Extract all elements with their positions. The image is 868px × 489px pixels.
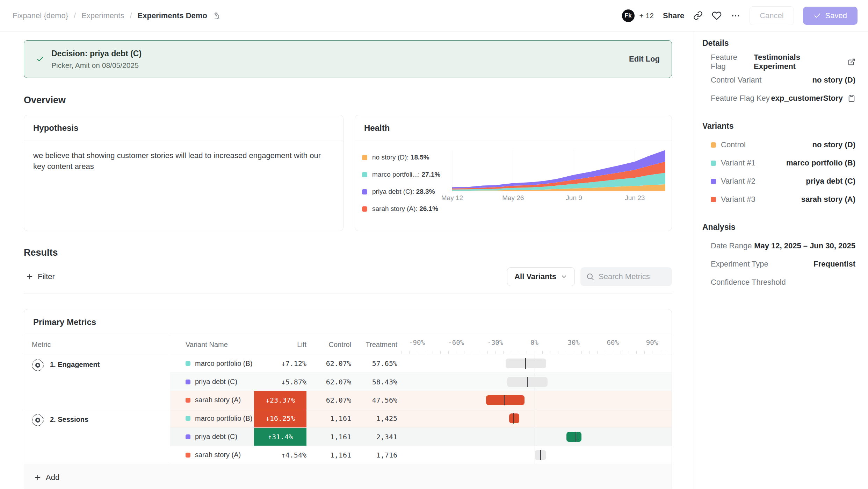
sidebar-row-label: Experiment Type xyxy=(711,260,768,269)
table-row[interactable]: marco portfolio (B) ↓16.25% 1,161 1,425 xyxy=(170,409,672,427)
external-link-icon[interactable] xyxy=(848,58,855,66)
variant-swatch xyxy=(711,161,716,166)
zero-line xyxy=(535,428,535,446)
collaborator-count[interactable]: + 12 xyxy=(639,12,654,20)
sidebar-row-label: Variant #3 xyxy=(711,195,755,204)
metric-name: 2. Sessions xyxy=(50,414,88,424)
metric-cell[interactable]: 1. Engagement xyxy=(24,354,170,409)
variant-swatch xyxy=(186,416,190,421)
ci-axis-tick xyxy=(574,351,574,354)
sidebar-row-value: exp_customerStory xyxy=(771,94,855,103)
sidebar-row-label: Control xyxy=(711,140,746,149)
breadcrumb-project[interactable]: Fixpanel {demo} xyxy=(13,11,68,20)
ci-axis-tick xyxy=(440,351,441,354)
variant-name-cell: marco portfolio (B) xyxy=(170,409,254,427)
sidebar-row: Experiment Type Frequentist xyxy=(702,255,855,273)
breadcrumb-experiments[interactable]: Experiments xyxy=(81,11,124,20)
metric-group: 1. Engagement marco portfolio (B) ↓7.12%… xyxy=(24,354,672,409)
confidence-interval-bar[interactable] xyxy=(506,359,546,368)
ci-axis-tick xyxy=(448,351,449,354)
ci-axis-tick xyxy=(668,351,668,354)
primary-metrics-title: Primary Metrics xyxy=(24,309,672,335)
variant-name: marco portfolio (B) xyxy=(195,414,253,423)
legend-label: priya debt (C): 28.3% xyxy=(372,188,435,196)
top-bar: Fixpanel {demo} / Experiments / Experime… xyxy=(0,0,868,31)
search-metrics-input[interactable] xyxy=(599,272,665,281)
sidebar-row: Feature Flag Key exp_customerStory xyxy=(702,89,855,107)
variant-name: priya debt (C) xyxy=(195,433,237,441)
main-content: Decision: priya debt (C) Picker, Amit on… xyxy=(0,31,694,489)
confidence-interval-bar[interactable] xyxy=(566,432,581,442)
results-heading: Results xyxy=(24,247,672,258)
search-metrics-box xyxy=(580,267,672,286)
confidence-interval-bar[interactable] xyxy=(509,413,520,423)
table-body: 1. Engagement marco portfolio (B) ↓7.12%… xyxy=(24,354,672,464)
sidebar-value-text: Frequentist xyxy=(813,260,855,269)
table-row[interactable]: priya debt (C) ↓5.87% 62.07% 58.43% xyxy=(170,373,672,391)
sidebar-row-value: sarah story (A) xyxy=(801,195,855,204)
lift-value: ↓7.12% xyxy=(254,354,306,373)
ci-axis-tick xyxy=(597,351,598,354)
copy-icon[interactable] xyxy=(848,94,855,102)
ci-axis-tick xyxy=(589,351,590,354)
ci-axis-tick-label: -90% xyxy=(409,339,425,346)
ci-axis-tick xyxy=(581,351,582,354)
table-row[interactable]: sarah story (A) ↓23.37% 62.07% 47.56% xyxy=(170,391,672,409)
variant-swatch xyxy=(186,361,190,366)
sidebar-section-details: DetailsFeature Flag Testimonials Experim… xyxy=(702,38,855,107)
legend-item: priya debt (C): 28.3% xyxy=(362,188,449,196)
metric-cell[interactable]: 2. Sessions xyxy=(24,409,170,464)
hypothesis-card-title: Hypothesis xyxy=(24,115,343,141)
sidebar-row-label: Control Variant xyxy=(711,76,761,85)
avatar[interactable]: Fk xyxy=(622,9,635,22)
ci-axis-tick xyxy=(652,351,652,354)
cancel-button[interactable]: Cancel xyxy=(750,6,794,25)
variant-swatch xyxy=(711,197,716,202)
sidebar-row: Confidence Threshold xyxy=(702,273,855,291)
ci-axis-tick-label: 0% xyxy=(530,339,538,346)
sidebar-value-text: priya debt (C) xyxy=(806,177,855,186)
confidence-interval-cell xyxy=(397,409,672,427)
zero-line xyxy=(535,391,535,409)
column-header-metric: Metric xyxy=(24,335,170,354)
table-row[interactable]: sarah story (A) ↑4.54% 1,161 1,716 xyxy=(170,446,672,464)
treatment-value: 1,425 xyxy=(351,409,397,427)
share-button[interactable]: Share xyxy=(663,11,684,20)
table-row[interactable]: priya debt (C) ↑31.4% 1,161 2,341 xyxy=(170,427,672,446)
plus-icon xyxy=(26,273,34,281)
legend-swatch xyxy=(362,155,367,160)
favorite-heart-icon[interactable] xyxy=(712,11,722,21)
treatment-value: 47.56% xyxy=(351,391,397,409)
legend-swatch xyxy=(362,206,367,212)
confidence-interval-bar[interactable] xyxy=(486,395,525,405)
edit-log-button[interactable]: Edit Log xyxy=(629,55,660,64)
add-filter-button[interactable]: Filter xyxy=(24,272,60,281)
legend-swatch xyxy=(362,189,367,194)
sidebar-row-value: Frequentist xyxy=(813,260,855,269)
add-metric-button[interactable]: Add xyxy=(34,473,59,482)
filter-label: Filter xyxy=(38,272,55,281)
sidebar-value-text: Testimonials Experiment xyxy=(754,53,843,71)
sidebar-row: Control no story (D) xyxy=(702,136,855,154)
table-row[interactable]: marco portfolio (B) ↓7.12% 62.07% 57.65% xyxy=(170,354,672,373)
sidebar-section-variants: VariantsControl no story (D)Variant #1 m… xyxy=(702,121,855,208)
confidence-interval-cell xyxy=(397,354,672,373)
saved-button[interactable]: Saved xyxy=(803,7,858,25)
ci-axis-tick xyxy=(425,351,425,354)
check-icon xyxy=(813,12,821,20)
copy-link-icon[interactable] xyxy=(693,11,703,20)
ci-axis-tick xyxy=(456,351,456,354)
ci-axis-tick-label: 30% xyxy=(567,339,579,346)
column-header-control: Control xyxy=(306,341,351,349)
control-value: 62.07% xyxy=(306,391,351,409)
decision-check-icon xyxy=(36,55,44,63)
primary-metrics-card: Primary Metrics Metric Variant Name Lift… xyxy=(24,309,672,489)
metric-target-icon xyxy=(32,414,44,426)
column-header-treatment: Treatment xyxy=(351,341,397,349)
treatment-value: 1,716 xyxy=(351,446,397,464)
decision-banner: Decision: priya debt (C) Picker, Amit on… xyxy=(24,40,672,78)
variants-dropdown[interactable]: All Variants xyxy=(507,267,575,286)
more-options-icon[interactable] xyxy=(731,11,740,21)
sidebar-row: Feature Flag Testimonials Experiment xyxy=(702,53,855,71)
sidebar-value-text: no story (D) xyxy=(812,140,855,149)
